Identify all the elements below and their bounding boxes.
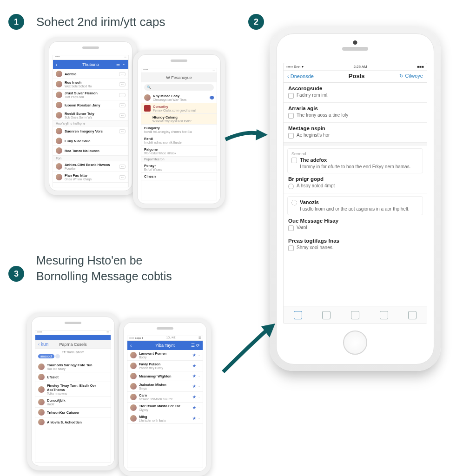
avatar [130,383,137,390]
list-item[interactable]: Rhy Mihae FoayOtmonoystom Wav Tiaes [141,93,217,103]
nav-right-action[interactable]: ↻ Cilwoye [399,73,423,79]
list-item[interactable]: PalgoneWon-Edu Fbhoe Hinsox [141,146,217,157]
warning-icon [144,105,151,112]
star-icon[interactable] [192,416,196,420]
search-input[interactable]: 🔍 [144,84,214,91]
info-card: Sermnd The adefox I tomny in for ofurte … [287,148,423,173]
settings-section[interactable]: Oue Message Hisay Varol [284,215,427,235]
step2-header: 2 [248,14,264,30]
star-icon[interactable] [192,353,196,357]
back-button[interactable]: ‹ kun [38,342,48,347]
filter-tabs[interactable]: amsoool [38,354,60,358]
more-button[interactable]: ··· [119,113,126,118]
avatar [56,71,62,77]
step1-phone-group: •••••☰ ‹ Thubuno ☰ ⋯ Aontiie ··· Ros h s… [45,37,240,191]
settings-section[interactable]: Mestage nspin Ae heginst's hor [284,123,427,143]
list-item[interactable]: Anlovla S. Achodtien [35,417,111,427]
people-list[interactable]: Lanowrrt PomenBopiy - Favly PulsonPhoeie… [127,350,203,468]
star-icon[interactable] [192,406,196,410]
home-tab-icon[interactable] [294,311,302,319]
tab-icon[interactable] [351,311,359,319]
tab-icon[interactable] [380,311,388,319]
star-icon[interactable] [192,374,196,378]
list-item[interactable]: Iuooon Rorabsn Jany ··· [53,100,128,110]
more-button[interactable]: ··· [119,93,126,97]
section-icon [288,184,294,189]
list-item-highlight[interactable]: Htunoy CoinngWsooof Pmy ilgod livsr fodl… [141,114,217,125]
list-item-highlight[interactable]: CorsothyFemex-Claikx cotvr guvcihs mul [141,103,217,114]
avatar [130,394,137,400]
star-icon[interactable] [192,384,196,388]
settings-section[interactable]: Ascorogsude Fadmy rom iml. [284,83,427,103]
list-item[interactable]: Meanmogr Wighten - [127,371,203,381]
nav-bar[interactable]: ‹ kun Paprna Cosels [35,340,111,349]
status-bar: •••••☰ [141,68,217,73]
section-icon [288,93,294,99]
settings-section[interactable]: Arraria agis The frony aoss a tine loly [284,103,427,123]
list-item[interactable]: Cinesn [141,173,217,180]
tab-icon[interactable] [322,311,331,319]
list-item[interactable]: Jrust Suvar FiernonTost Papx dou ··· [53,90,128,100]
nav-bar[interactable]: ‹ Thubuno ☰ ⋯ [53,60,128,69]
list-item[interactable]: Roebli Sunor TutySob Onea Somv Wa ··· [53,110,128,121]
nav-title: Posls [349,73,365,79]
step3-phone-a: •••••☰ ‹ kun Paprna Cosels Tft Tiorcu yb… [27,312,119,470]
list-item[interactable]: MihgLitn isder rolth liusto - [127,413,203,424]
list-item[interactable]: Favly PulsonPhoeie frey Hotoy - [127,361,203,371]
home-button[interactable] [343,331,367,355]
list[interactable]: Tournoris Saringy Fnto TunRox Ico saory … [35,362,111,462]
list-item[interactable]: Ros h sohWox Sote Schod Ro ··· [53,79,128,90]
list-item[interactable]: Carnhaswon Ten-todrr Source - [127,392,203,403]
phone-screen: ••••• Snn ▾ 2:25 AM ■■■ ‹ Dneonsde Posls… [283,63,427,324]
contact-list[interactable]: Aontiie ··· Ros h sohWox Sote Schod Ro ·… [53,69,128,187]
settings-content[interactable]: Ascorogsude Fadmy rom iml. Arraria agis … [284,83,427,306]
list-item[interactable]: Lanowrrt PomenBopiy - [127,350,203,361]
list-item[interactable]: Jsdoxtan MistenSmya - [127,381,203,392]
list-item[interactable]: Tlor Rsom Masto Fer ForClypoy - [127,403,203,413]
feed-list[interactable]: Rhy Mihae FoayOtmonoystom Wav Tiaes Cors… [141,93,217,200]
list-item[interactable]: PonsyrExfori Wisars [141,162,217,173]
list-item[interactable]: Roa Tunzo Naliouron [53,146,128,156]
avatar [56,92,62,98]
list-item[interactable]: Aontiie ··· [53,69,128,79]
nav-actions[interactable]: ☰ ⋯ [116,62,126,67]
list-item[interactable]: Flan Fus IrttwOnea Whiow Khaqn ··· [53,172,128,183]
step3-phone-b: ••••• eage ▾10L NE☰ ‹ Yiba Taynt ☰ ⟳ Lan… [119,318,211,476]
tab-icon[interactable] [408,311,416,319]
back-chevron-icon[interactable]: ‹ [130,343,132,348]
list-item[interactable]: Anhies-Cltvi Eosnk HtwoosPouoitor ··· [53,161,128,172]
more-button[interactable]: ··· [119,82,126,86]
star-icon[interactable] [192,364,196,368]
back-button[interactable]: ‹ Dneonsde [287,73,314,79]
nav-bar[interactable]: ‹ Yiba Taynt ☰ ⟳ [127,341,203,350]
more-button[interactable]: ··· [119,129,126,133]
step3-phone-group: •••••☰ ‹ kun Paprna Cosels Tft Tiorcu yb… [27,312,222,466]
list-item[interactable]: Bungorryhondll iwli-aning isy dhmers fow… [141,125,217,135]
settings-section[interactable]: Br pnigr gopd A hsoy aolod 4mpt [284,173,427,193]
tab-bar[interactable] [284,306,427,324]
list-item[interactable]: Suonren Imogony Vors ··· [53,126,128,136]
list-section-header: Pupomiteeron [141,157,217,162]
list-item[interactable]: TnhsonKsr Cutsoer [35,408,111,417]
section-icon [288,133,294,139]
back-chevron-icon[interactable]: ‹ [56,62,57,67]
nav-actions[interactable]: ☰ ⟳ [191,343,200,348]
list-item[interactable]: Finoley Tivay Turn. Elsdlr Ovr AccThomsT… [35,382,111,397]
more-button[interactable]: ··· [119,165,126,169]
avatar [38,386,45,393]
list-item[interactable]: Tournoris Saringy Fnto TunRox Ico saory [35,362,111,372]
list-item[interactable]: Duno.AjbikHootr [35,397,111,408]
nav-title: W Fesanoyue [166,75,192,80]
more-button[interactable]: ··· [119,72,126,76]
toggle[interactable] [209,96,214,99]
more-button[interactable]: ··· [119,103,126,107]
more-button[interactable]: ··· [119,175,126,179]
nav-bar: ‹ Dneonsde Posls ↻ Cilwoye [284,71,427,83]
star-icon[interactable] [192,395,196,399]
list-item[interactable]: Ufssiet [35,372,111,382]
status-bar: ••••• Snn ▾ 2:25 AM ■■■ [284,63,427,71]
step3-header: 3 Mesuring Hsto'en be Bornolling Message… [8,253,176,284]
list-item[interactable]: RentlImobifr odhrs anonrik fheste [141,135,217,146]
list-item[interactable]: Luny Niae Salie [53,136,128,146]
settings-section[interactable]: Preas togtifags fnas Shmy xooi hanes. [284,235,427,255]
